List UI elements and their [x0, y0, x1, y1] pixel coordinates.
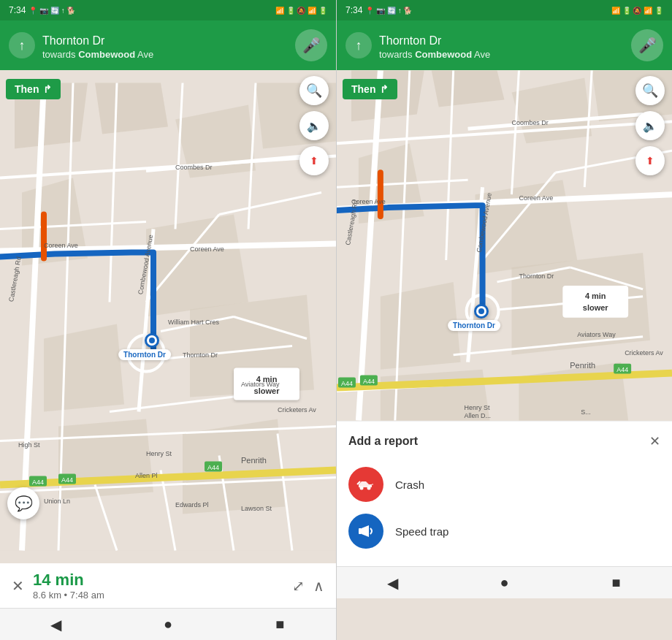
- map-svg-right: 4 min slower Castlereagh Rd Coombes Dr C…: [337, 70, 672, 421]
- then-button-right[interactable]: Then ↱: [343, 79, 397, 99]
- report-item-crash[interactable]: Crash: [348, 461, 660, 508]
- bottom-bar-left: ✕ 14 min 8.6 km • 7:48 am ⤢ ∧: [0, 563, 336, 608]
- then-button-left[interactable]: Then ↱: [6, 79, 61, 99]
- nav-street-left: Thornton Dr: [42, 31, 153, 48]
- eta-detail-left: 8.6 km • 7:48 am: [33, 590, 104, 601]
- up-arrow-icon-right: ↑: [345, 32, 372, 58]
- svg-text:A44: A44: [363, 378, 375, 385]
- signal-icon: 📶 🔋 🔕 📶 🔋: [275, 7, 327, 15]
- speed-label: Speed trap: [395, 525, 448, 538]
- svg-text:Allen Pl: Allen Pl: [135, 472, 158, 479]
- route-button-left[interactable]: ⤢: [292, 577, 305, 595]
- svg-text:Aviators Way: Aviators Way: [241, 381, 280, 388]
- speed-trap-icon: [348, 514, 383, 549]
- svg-text:Coombes Dr: Coombes Dr: [511, 119, 548, 126]
- svg-text:Coombes Dr: Coombes Dr: [175, 164, 213, 171]
- nav-header-left: ↑ Thornton Dr towards Combewood Ave 🎤: [0, 20, 336, 70]
- expand-button-left[interactable]: ∧: [313, 577, 324, 595]
- volume-button-left[interactable]: 🔈: [299, 111, 329, 140]
- search-button-right[interactable]: 🔍: [635, 76, 665, 105]
- svg-text:Cricketers Av: Cricketers Av: [278, 406, 316, 414]
- close-button-left[interactable]: ✕: [12, 577, 24, 595]
- map-svg-left: 4 min slower Castlereagh Rd Coombes Dr C…: [0, 70, 336, 563]
- crash-icon: [348, 467, 383, 502]
- status-icons-left: 📍 📷 🔄 ↑ 🐕: [28, 7, 75, 15]
- home-button-right[interactable]: ●: [483, 567, 527, 599]
- report-header: Add a report ✕: [348, 433, 660, 449]
- location-label-right: Thornton Dr: [448, 320, 500, 331]
- left-panel: 7:34 📍 📷 🔄 ↑ 🐕 📶 🔋 🔕 📶 🔋 ↑ Thornton Dr t…: [0, 0, 336, 640]
- svg-text:A44: A44: [616, 366, 628, 373]
- square-button-left[interactable]: ■: [258, 609, 302, 641]
- report-panel: Add a report ✕ Crash: [337, 421, 672, 566]
- svg-rect-117: [359, 528, 362, 534]
- mic-button-right[interactable]: 🎤: [631, 29, 663, 61]
- status-bar-left: 7:34 📍 📷 🔄 ↑ 🐕 📶 🔋 🔕 📶 🔋: [0, 0, 336, 20]
- svg-point-116: [367, 487, 371, 490]
- svg-text:William Hart Cres: William Hart Cres: [168, 319, 220, 326]
- svg-text:A44: A44: [341, 380, 353, 387]
- home-button-left[interactable]: ●: [146, 609, 190, 641]
- map-controls-left: 🔍 🔈 ⬆: [299, 76, 329, 175]
- map-area-left[interactable]: 4 min slower Castlereagh Rd Coombes Dr C…: [0, 70, 336, 563]
- nav-bar-right: ◀ ● ■: [337, 566, 672, 598]
- bottom-bar-left-section: ✕ 14 min 8.6 km • 7:48 am: [12, 571, 104, 601]
- eta-info-left: 14 min 8.6 km • 7:48 am: [33, 571, 104, 601]
- svg-text:Coreen Ave: Coreen Ave: [190, 245, 224, 253]
- search-button-left[interactable]: 🔍: [299, 76, 329, 105]
- location-label-left: Thornton Dr: [118, 349, 171, 360]
- svg-text:A44: A44: [32, 479, 44, 486]
- svg-point-115: [360, 487, 364, 490]
- volume-button-right[interactable]: 🔈: [635, 111, 665, 140]
- nav-destination-right: Thornton Dr towards Combewood Ave: [379, 31, 490, 59]
- speed-svg: [356, 521, 376, 541]
- then-arrow-icon: ↱: [43, 83, 52, 95]
- location-pin-left: [145, 333, 159, 348]
- back-button-left[interactable]: ◀: [34, 609, 78, 641]
- status-icons-right: 📍 📷 🔄 ↑ 🐕: [365, 7, 412, 15]
- map-controls-right: 🔍 🔈 ⬆: [635, 76, 665, 175]
- status-right-left: 7:34 📍 📷 🔄 ↑ 🐕: [345, 5, 412, 15]
- nav-towards-left: towards Combewood Ave: [42, 49, 153, 60]
- report-close-button[interactable]: ✕: [649, 433, 660, 449]
- svg-text:Cricketers Av: Cricketers Av: [625, 349, 663, 357]
- report-title: Add a report: [348, 435, 418, 448]
- nav-header-right: ↑ Thornton Dr towards Combewood Ave 🎤: [337, 20, 672, 70]
- svg-text:Coreen Ave: Coreen Ave: [519, 194, 553, 202]
- report-item-speed[interactable]: Speed trap: [348, 508, 660, 555]
- status-bar-right: 7:34 📍 📷 🔄 ↑ 🐕 📶 🔋 🔕 📶 🔋: [337, 0, 672, 20]
- svg-text:Penrith: Penrith: [241, 456, 267, 465]
- svg-text:High St: High St: [18, 441, 40, 449]
- map-area-right[interactable]: 4 min slower Castlereagh Rd Coombes Dr C…: [337, 70, 672, 421]
- nav-header-left-content: ↑ Thornton Dr towards Combewood Ave: [9, 31, 295, 59]
- compass-button-right[interactable]: ⬆: [635, 146, 665, 175]
- svg-text:4 min: 4 min: [585, 292, 606, 300]
- back-button-right[interactable]: ◀: [371, 567, 415, 599]
- nav-street-right: Thornton Dr: [379, 31, 490, 48]
- signal-icon-right: 📶 🔋 🔕 📶 🔋: [611, 7, 663, 15]
- svg-text:Coreen Ave: Coreen Ave: [44, 242, 78, 249]
- svg-text:A44: A44: [207, 464, 219, 471]
- mic-button-left[interactable]: 🎤: [295, 29, 327, 61]
- svg-text:Coreen Ave: Coreen Ave: [351, 198, 386, 205]
- nav-destination-left: Thornton Dr towards Combewood Ave: [42, 31, 153, 59]
- compass-button-left[interactable]: ⬆: [299, 146, 329, 175]
- up-arrow-icon: ↑: [9, 32, 35, 58]
- location-pin-right: [474, 304, 489, 319]
- svg-text:Union Ln: Union Ln: [44, 498, 70, 505]
- svg-text:Penrith: Penrith: [570, 361, 595, 370]
- svg-text:slower: slower: [583, 303, 608, 312]
- svg-text:S...: S...: [581, 408, 590, 416]
- bottom-bar-right-section: ⤢ ∧: [292, 577, 324, 595]
- svg-text:A44: A44: [61, 476, 73, 484]
- status-right-right: 📶 🔋 🔕 📶 🔋: [611, 7, 663, 15]
- right-panel: 7:34 📍 📷 🔄 ↑ 🐕 📶 🔋 🔕 📶 🔋 ↑ Thornton Dr t…: [336, 0, 672, 640]
- feedback-button-left[interactable]: 💬: [7, 487, 39, 519]
- eta-time-left: 14 min: [33, 571, 104, 590]
- svg-text:Allen D...: Allen D...: [465, 412, 491, 419]
- nav-bar-left: ◀ ● ■: [0, 608, 336, 640]
- status-right: 📶 🔋 🔕 📶 🔋: [275, 7, 327, 15]
- square-button-right[interactable]: ■: [595, 567, 638, 599]
- nav-header-right-content: ↑ Thornton Dr towards Combewood Ave: [345, 31, 631, 59]
- svg-text:Henry St: Henry St: [146, 450, 172, 457]
